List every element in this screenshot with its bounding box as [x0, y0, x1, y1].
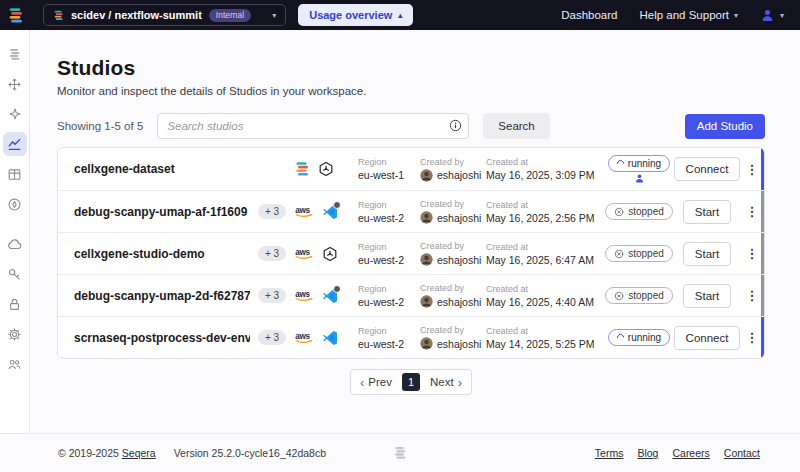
workspace-logo-icon: [53, 10, 64, 21]
table-row[interactable]: debug-scanpy-umap-af-1f1609 + 3 Regioneu…: [58, 190, 764, 232]
stopped-icon: [614, 291, 624, 301]
nav-help-and-support[interactable]: Help and Support ▾: [639, 9, 738, 21]
user-avatar-icon: [760, 8, 775, 23]
sidebar: [0, 30, 30, 472]
nav-dashboard[interactable]: Dashboard: [561, 9, 617, 21]
seqera-logo[interactable]: [0, 0, 30, 30]
vscode-notification-badge: [333, 201, 341, 209]
studios-table: cellxgene-dataset Regioneu-west-1 Create…: [57, 147, 765, 359]
seqera-footer-mark-icon: [393, 446, 407, 460]
studio-name[interactable]: debug-scanpy-umap-af-1f1609: [74, 205, 250, 219]
footer-link-contact[interactable]: Contact: [724, 447, 760, 459]
chevron-left-icon: ‹: [360, 375, 364, 390]
stopped-icon: [614, 207, 624, 217]
studio-name[interactable]: debug-scanpy-umap-2d-f62787: [74, 289, 250, 303]
sidebar-item-studios[interactable]: [3, 132, 27, 156]
sidebar-item-secrets[interactable]: [3, 292, 27, 316]
search-box: [157, 113, 469, 139]
created-by-label: Created by: [420, 325, 486, 335]
start-button[interactable]: Start: [683, 284, 731, 308]
created-by-value: eshajoshi: [437, 254, 481, 266]
chevron-down-icon: ▾: [734, 11, 738, 20]
add-studio-button[interactable]: Add Studio: [685, 114, 765, 139]
results-count: Showing 1-5 of 5: [57, 120, 143, 132]
usage-overview-button[interactable]: Usage overview ▴: [298, 4, 413, 26]
sidebar-item-settings[interactable]: [3, 322, 27, 346]
seqera-icon: [294, 161, 310, 177]
connected-user-icon: [634, 173, 645, 184]
status-edge-bar: [761, 191, 764, 232]
sidebar-item-members[interactable]: [3, 352, 27, 376]
created-at-value: May 16, 2025, 2:56 PM: [486, 212, 604, 224]
created-at-label: Created at: [486, 200, 604, 210]
studio-name[interactable]: cellxgene-dataset: [74, 162, 250, 176]
more-count-badge: + 3: [258, 330, 286, 345]
created-at-label: Created at: [486, 326, 604, 336]
created-at-value: May 16, 2025, 6:47 AM: [486, 254, 604, 266]
prev-page-button[interactable]: ‹Prev: [360, 375, 392, 390]
footer-link-terms[interactable]: Terms: [595, 447, 624, 459]
created-at-label: Created at: [486, 242, 604, 252]
avatar: [420, 253, 433, 266]
cloud-icon: [7, 237, 22, 252]
created-by-label: Created by: [420, 199, 486, 209]
current-page-button[interactable]: 1: [402, 373, 420, 391]
region-label: Region: [358, 157, 420, 167]
gear-icon: [7, 327, 22, 342]
datasets-table-icon: [7, 167, 22, 182]
seqera-logo-icon: [7, 7, 24, 24]
sidebar-item-compute-environments[interactable]: [3, 232, 27, 256]
chevron-up-icon: ▴: [398, 11, 402, 20]
chevron-down-icon: ▾: [272, 11, 276, 20]
studio-name[interactable]: scrnaseq-postprocess-dev-env: [74, 331, 250, 345]
spinner-icon: [615, 158, 625, 168]
stopped-icon: [614, 249, 624, 259]
more-count-badge: + 3: [258, 246, 286, 261]
footer-link-careers[interactable]: Careers: [672, 447, 709, 459]
workspace-selector[interactable]: scidev / nextflow-summit Internal ▾: [43, 4, 286, 26]
status-badge: stopped: [605, 287, 673, 304]
studio-name[interactable]: cellxgene-studio-demo: [74, 247, 250, 261]
sidebar-item-data-explorer[interactable]: [3, 192, 27, 216]
search-input[interactable]: [157, 113, 469, 139]
connect-button[interactable]: Connect: [674, 326, 741, 350]
aws-icon: [294, 247, 314, 260]
region-value: eu-west-2: [358, 296, 420, 308]
created-at-label: Created at: [486, 284, 604, 294]
next-page-button[interactable]: Next›: [430, 375, 462, 390]
sidebar-item-runs[interactable]: [3, 102, 27, 126]
search-button[interactable]: Search: [483, 113, 549, 139]
created-at-label: Created at: [486, 157, 604, 167]
top-navigation-bar: scidev / nextflow-summit Internal ▾ Usag…: [0, 0, 800, 30]
sidebar-item-credentials[interactable]: [3, 262, 27, 286]
key-icon: [7, 267, 22, 282]
vscode-notification-badge: [333, 285, 341, 293]
chevron-right-icon: ›: [458, 375, 462, 390]
table-row[interactable]: debug-scanpy-umap-2d-f62787 + 3 Regioneu…: [58, 274, 764, 316]
connect-button[interactable]: Connect: [674, 157, 741, 181]
created-by-label: Created by: [420, 157, 486, 167]
start-button[interactable]: Start: [683, 200, 731, 224]
region-label: Region: [358, 200, 420, 210]
seqera-link[interactable]: Seqera: [122, 447, 156, 459]
start-button[interactable]: Start: [683, 242, 731, 266]
sidebar-item-pipelines[interactable]: [3, 72, 27, 96]
table-row[interactable]: cellxgene-studio-demo + 3 Regioneu-west-…: [58, 232, 764, 274]
chevron-down-icon: ▾: [780, 11, 784, 20]
status-badge: stopped: [605, 245, 673, 262]
info-icon[interactable]: [449, 119, 462, 132]
table-row[interactable]: scrnaseq-postprocess-dev-env + 3 Regione…: [58, 316, 764, 358]
aws-icon: [294, 289, 314, 302]
footer-link-blog[interactable]: Blog: [637, 447, 658, 459]
workspace-name: scidev / nextflow-summit: [71, 9, 202, 21]
created-by-label: Created by: [420, 283, 486, 293]
created-by-value: eshajoshi: [437, 169, 481, 181]
page-title: Studios: [57, 56, 765, 80]
avatar: [420, 295, 433, 308]
user-menu[interactable]: ▾: [760, 8, 784, 23]
sidebar-item-seqera[interactable]: [3, 42, 27, 66]
copyright-text: © 2019-2025 Seqera: [58, 447, 156, 459]
table-row[interactable]: cellxgene-dataset Regioneu-west-1 Create…: [58, 148, 764, 190]
sidebar-item-datasets[interactable]: [3, 162, 27, 186]
vscode-icon: [322, 330, 338, 346]
